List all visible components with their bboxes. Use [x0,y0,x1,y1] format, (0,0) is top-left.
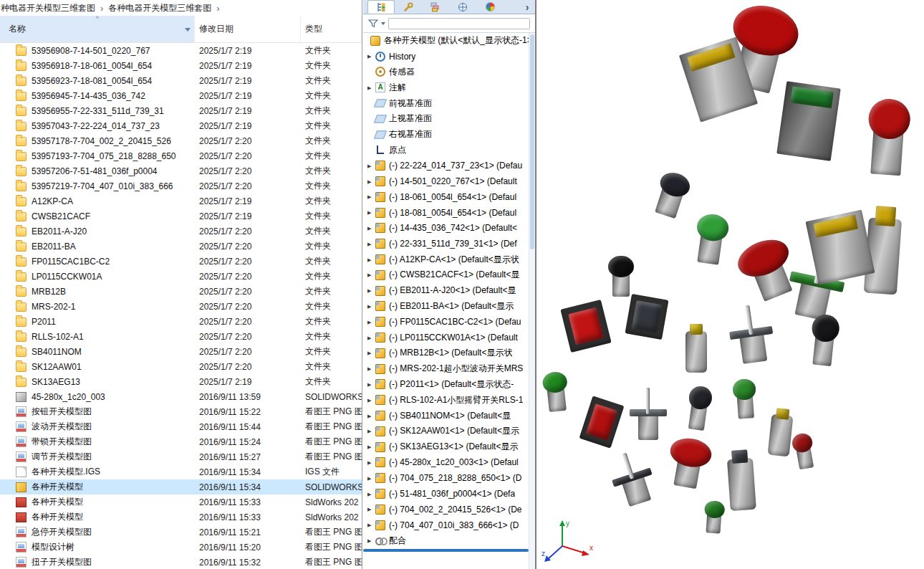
file-row[interactable]: 53956955-7-22-331_511d_739_31 2025/1/7 2… [0,103,362,118]
file-row[interactable]: 各种开关模型 2016/9/11 15:33 SldWorks 202 [0,494,362,510]
expand-arrow-icon[interactable] [367,194,375,199]
file-row[interactable]: 53956908-7-14-501_0220_767 2025/1/7 2:19… [0,43,362,58]
expand-arrow-icon[interactable] [367,272,375,277]
feature-tree-item[interactable]: (-) 704_407_010i_383_666<1> (D [363,517,529,533]
expand-arrow-icon[interactable] [367,179,375,184]
expand-arrow-icon[interactable] [367,320,375,325]
feature-tree-item[interactable]: History [363,49,529,64]
file-row[interactable]: 53956923-7-18-081_0054l_654 2025/1/7 2:1… [0,73,362,88]
feature-tree-item[interactable]: (-) 22-224_014_737_23<1> (Defau [363,158,529,173]
file-row[interactable]: 53956945-7-14-435_036_742 2025/1/7 2:19 … [0,88,362,103]
file-row[interactable]: 53957043-7-22-224_014_737_23 2025/1/7 2:… [0,118,362,133]
switch-model-round[interactable] [802,312,847,367]
file-row[interactable]: 53956918-7-18-061_0054l_654 2025/1/7 2:1… [0,58,362,73]
feature-tree-item[interactable]: (-) CWSB21CACF<1> (Default<显 [363,267,529,283]
expand-arrow-icon[interactable] [367,460,375,465]
feature-tree-item[interactable]: (-) RLS-102-A1小型摇臂开关RLS-1 [363,392,529,408]
file-row[interactable]: SK12AAW01 2025/1/7 2:20 文件夹 [0,359,362,374]
feature-tree-item[interactable]: (-) 45-280x_1c20_003<1> (Defaul [363,455,529,471]
expand-arrow-icon[interactable] [367,538,375,543]
feature-tree-item[interactable]: (-) 51-481_036f_p0004<1> (Defa [363,486,529,502]
feature-tree-item[interactable]: (-) 22-331_511d_739_31<1> (Def [363,236,529,252]
switch-model-selector[interactable] [680,324,713,373]
file-row[interactable]: 急停开关模型图 2016/9/11 15:21 看图王 PNG 图 [0,525,362,540]
expand-arrow-icon[interactable] [367,163,375,168]
switch-model-mushroom[interactable] [665,435,714,490]
expand-arrow-icon[interactable] [367,242,375,247]
feature-tree-item[interactable]: (-) EB2011-A-J20<1> (Default<显 [363,283,529,299]
file-row[interactable]: MRS-202-1 2025/1/7 2:20 文件夹 [0,299,362,314]
expand-arrow-icon[interactable] [367,507,375,512]
feature-tree-item[interactable]: (-) 14-435_036_742<1> (Default< [363,221,529,236]
expand-arrow-icon[interactable] [367,54,375,59]
expand-arrow-icon[interactable] [367,413,375,419]
feature-tree-item[interactable]: 原点 [363,143,529,158]
file-row[interactable]: 扭子开关模型图 2016/9/11 15:32 看图王 PNG 图 [0,555,362,569]
file-row[interactable]: P2011 2025/1/7 2:20 文件夹 [0,314,362,329]
feature-tree-item[interactable]: (-) 18-061_0054l_654<1> (Defaul [363,189,529,205]
file-row[interactable]: MRB12B 2025/1/7 2:20 文件夹 [0,284,362,299]
file-row[interactable]: FP0115CAC1BC-C2 2025/1/7 2:20 文件夹 [0,254,362,269]
switch-model-round[interactable] [855,95,921,177]
feature-tree-item[interactable]: 右视基准面 [363,127,529,143]
file-row[interactable]: 各种开关模型 2016/9/11 15:34 SOLIDWORKS [0,479,362,494]
feature-tree-item[interactable]: (-) LP0115CCKW01A<1> (Default [363,330,529,345]
feature-tree-item[interactable]: (-) SB4011NOM<1> (Default<显 [363,408,529,424]
feature-tree-item[interactable]: (-) MRB12B<1> (Default<显示状 [363,345,529,361]
expand-arrow-icon[interactable] [367,226,375,231]
feature-tree-item[interactable]: (-) 18-081_0054l_654<1> (Defaul [363,205,529,221]
file-row[interactable]: SK13AEG13 2025/1/7 2:19 文件夹 [0,374,362,389]
feature-tree-item[interactable]: (-) FP0115CAC1BC-C2<1> (Defau [363,314,529,330]
expand-arrow-icon[interactable] [367,522,375,527]
expand-arrow-icon[interactable] [367,304,375,309]
column-header-date-modified[interactable]: 修改日期 [195,16,301,42]
file-row[interactable]: 按钮开关模型图 2016/9/11 15:22 看图王 PNG 图 [0,404,362,419]
feature-tree-item[interactable]: (-) MRS-202-1超小型波动开关MRS [363,361,529,377]
feature-tree-item[interactable]: (-) SK13AEG13<1> (Default<显示 [363,439,529,455]
file-row[interactable]: CWSB21CACF 2025/1/7 2:19 文件夹 [0,209,362,224]
expand-arrow-icon[interactable] [367,257,375,262]
expand-arrow-icon[interactable] [367,492,375,497]
feature-tree-root[interactable]: 各种开关模型 (默认<默认_显示状态-1> [363,33,529,49]
feature-tree-item[interactable]: (-) 14-501_0220_767<1> (Default [363,173,529,189]
file-row[interactable]: EB2011-BA 2025/1/7 2:20 文件夹 [0,239,362,254]
file-row[interactable]: LP0115CCKW01A 2025/1/7 2:20 文件夹 [0,269,362,284]
file-row[interactable]: 带锁开关模型图 2016/9/11 15:24 看图王 PNG 图 [0,434,362,449]
feature-tree-item[interactable]: (-) A12KP-CA<1> (Default<显示状 [363,252,529,267]
expand-arrow-icon[interactable] [367,476,375,481]
expand-arrow-icon[interactable] [367,288,375,293]
switch-model-rocker[interactable] [560,300,611,353]
file-row[interactable]: RLLS-102-A1 2025/1/7 2:20 文件夹 [0,329,362,344]
tab-featuremanager-design-tree[interactable] [367,0,395,14]
feature-tree-item[interactable]: 注解 [363,80,529,95]
breadcrumb-segment-current[interactable]: 各种电器开关模型三维套图 [108,2,211,14]
tab-propertymanager[interactable] [395,0,422,14]
feature-tree-item[interactable]: 前视基准面 [363,95,529,111]
feature-tree-item[interactable]: (-) SK12AAW01<1> (Default<显示 [363,424,529,439]
switch-model-round[interactable] [727,377,763,419]
tab-configurationmanager[interactable] [422,0,449,14]
file-row[interactable]: 各种开关模型.IGS 2016/9/11 15:34 IGS 文件 [0,464,362,479]
file-row[interactable]: 调节开关模型图 2016/9/11 15:27 看图王 PNG 图 [0,449,362,464]
feature-tree-item[interactable]: 配合 [363,533,529,549]
feature-tree-item[interactable]: (-) EB2011-BA<1> (Default<显示 [363,299,529,315]
switch-model-toggle[interactable] [728,304,775,365]
tab-overflow-button[interactable] [519,0,535,14]
expand-arrow-icon[interactable] [367,350,375,355]
file-row[interactable]: 各种开关模型 2016/9/11 15:33 SldWorks 202 [0,510,362,525]
switch-model-round[interactable] [786,431,822,472]
column-header-name[interactable]: 名称 [0,16,195,42]
feature-tree-item[interactable]: (-) 704_075_218_8288_650<1> (D [363,470,529,486]
filter-chevron-down-icon[interactable] [381,22,385,25]
file-row[interactable]: 53957219-7-704_407_010i_383_666 2025/1/7… [0,178,362,193]
switch-model-round[interactable] [680,383,718,432]
feature-tree-item[interactable]: (-) 704_002_2_20415_526<1> (De [363,502,529,517]
file-row[interactable]: A12KP-CA 2025/1/7 2:19 文件夹 [0,193,362,209]
expand-arrow-icon[interactable] [367,210,375,215]
scrollbar-thumb[interactable] [530,34,534,249]
file-row[interactable]: 53957178-7-704_002_2_20415_526 2025/1/7 … [0,133,362,148]
filter-funnel-icon[interactable] [368,19,378,28]
column-header-type[interactable]: 类型 [301,16,362,42]
column-filter-chevron-icon[interactable] [185,28,191,32]
file-row[interactable]: 53957193-7-704_075_218_8288_650 2025/1/7… [0,148,362,163]
